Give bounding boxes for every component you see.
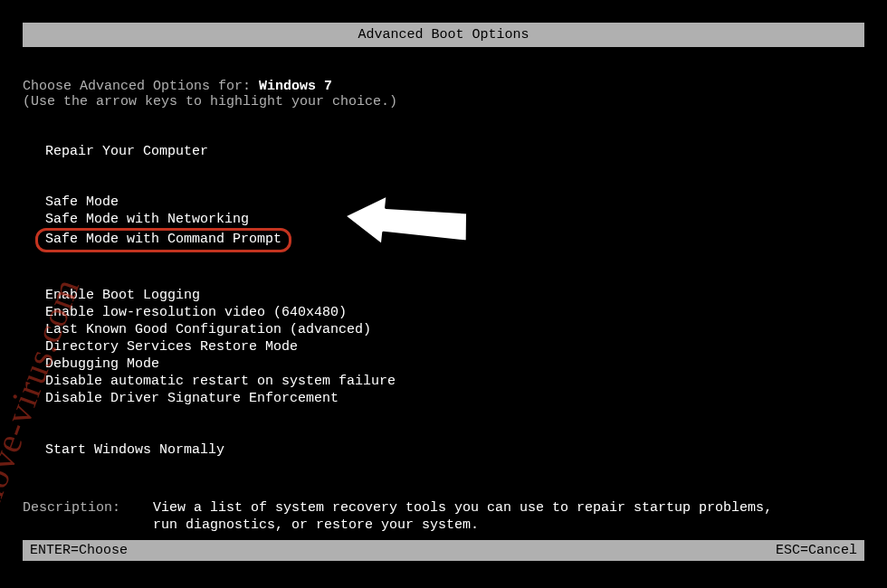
- option-safe-mode[interactable]: Safe Mode: [45, 194, 119, 211]
- title-bar: Advanced Boot Options: [23, 23, 864, 47]
- option-last-known-good[interactable]: Last Known Good Configuration (advanced): [45, 321, 371, 338]
- description-label: Description:: [23, 499, 145, 517]
- content-area: Choose Advanced Options for: Windows 7 (…: [0, 79, 887, 534]
- description-block: Description: View a list of system recov…: [23, 499, 864, 534]
- option-ds-restore[interactable]: Directory Services Restore Mode: [45, 338, 298, 356]
- option-disable-restart[interactable]: Disable automatic restart on system fail…: [45, 373, 396, 390]
- hint-line: (Use the arrow keys to highlight your ch…: [23, 94, 864, 109]
- normal-group: Start Windows Normally: [45, 441, 864, 459]
- description-text: View a list of system recovery tools you…: [153, 499, 787, 534]
- advanced-group: Enable Boot Logging Enable low-resolutio…: [45, 287, 864, 407]
- options-section: Repair Your Computer Safe Mode Safe Mode…: [23, 144, 864, 459]
- footer-bar: ENTER=Choose ESC=Cancel: [23, 540, 864, 561]
- repair-option[interactable]: Repair Your Computer: [45, 144, 864, 159]
- option-disable-sig[interactable]: Disable Driver Signature Enforcement: [45, 390, 339, 407]
- os-name: Windows 7: [259, 79, 332, 94]
- page-title: Advanced Boot Options: [358, 27, 529, 43]
- option-start-normally[interactable]: Start Windows Normally: [45, 441, 224, 459]
- safe-mode-group: Safe Mode Safe Mode with Networking Safe…: [45, 194, 864, 252]
- option-low-res[interactable]: Enable low-resolution video (640x480): [45, 304, 347, 321]
- footer-esc: ESC=Cancel: [776, 543, 857, 558]
- footer-enter: ENTER=Choose: [30, 543, 128, 558]
- option-safe-mode-cmd[interactable]: Safe Mode with Command Prompt: [35, 228, 291, 252]
- option-debugging[interactable]: Debugging Mode: [45, 356, 159, 373]
- choose-prefix: Choose Advanced Options for:: [23, 79, 259, 94]
- header-line: Choose Advanced Options for: Windows 7: [23, 79, 864, 94]
- option-boot-logging[interactable]: Enable Boot Logging: [45, 287, 200, 304]
- option-safe-mode-networking[interactable]: Safe Mode with Networking: [45, 211, 249, 228]
